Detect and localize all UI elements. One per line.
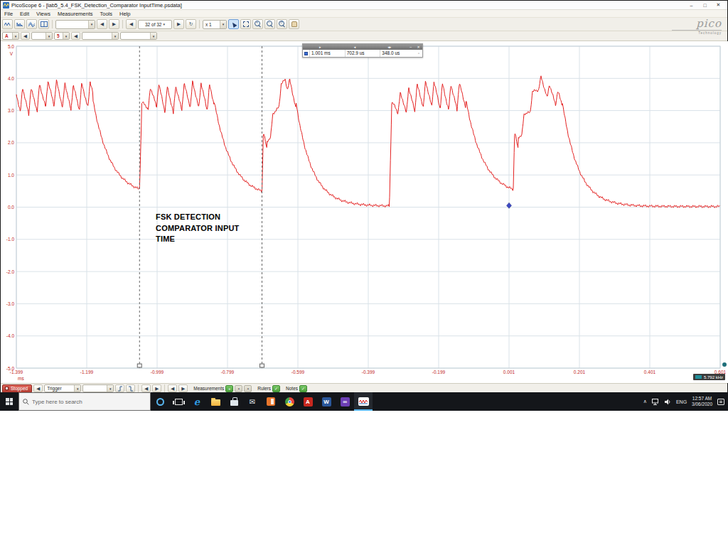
buffer-overview-button[interactable]: ↻ xyxy=(186,19,196,29)
undo-zoom-button[interactable]: ↺ xyxy=(277,19,287,29)
capture-state-label: Stopped xyxy=(11,386,28,391)
taskbar-item-word[interactable]: W xyxy=(317,392,336,411)
y-tick-label: 2.0 xyxy=(1,140,14,145)
trigger-prev-button[interactable]: ◀ xyxy=(33,384,43,392)
tray-expand-icon[interactable]: ∧ xyxy=(643,399,647,404)
taskbar-search[interactable] xyxy=(18,392,151,411)
scope-view[interactable]: 5.04.03.02.01.00.0-1.0-2.0-3.0-4.0-5.0 V… xyxy=(1,41,728,383)
zoom-out-icon: − xyxy=(267,21,274,28)
channel-prev-button[interactable]: ◀ xyxy=(21,32,30,40)
chevron-down-icon: ▾ xyxy=(46,33,52,39)
legend-minimize-icon[interactable]: – xyxy=(407,44,414,50)
menu-file[interactable]: File xyxy=(1,11,16,17)
minimize-button[interactable]: – xyxy=(685,1,698,9)
samples-select[interactable]: ▾ xyxy=(120,32,157,40)
ruler-legend-header[interactable]: ▸ ◂ ◂▸ – ✕ xyxy=(303,44,422,50)
menu-measurements[interactable]: Measurements xyxy=(54,11,97,17)
system-tray: ∧ ENG 12:57 AM 3/06/2020 xyxy=(643,392,728,411)
capture-toolbar: Stopped ◀ Trigger▾ ▾ ◀ ▶ ◀ ▶ Measurement… xyxy=(1,383,727,393)
zoom-in-tool-button[interactable]: + xyxy=(252,19,263,29)
add-view-button[interactable] xyxy=(38,19,49,29)
buffer-page-indicator[interactable]: 32 of 32▾ xyxy=(138,20,172,29)
setup-next-button[interactable]: ▶ xyxy=(109,19,119,29)
taskbar-item-file-explorer[interactable] xyxy=(206,392,225,411)
pretrigger-left-button[interactable]: ◀ xyxy=(141,384,151,392)
legend-close-icon[interactable]: ✕ xyxy=(414,44,422,50)
volume-icon[interactable] xyxy=(665,399,671,405)
posttrigger-right-button[interactable]: ▶ xyxy=(178,384,188,392)
channel-level-select[interactable]: 5▾ xyxy=(54,32,70,40)
edit-measurement-button[interactable]: ▪ xyxy=(235,385,242,392)
hand-tool-button[interactable] xyxy=(289,19,299,29)
channel-range-select[interactable]: ▾ xyxy=(31,32,53,40)
timebase-select[interactable]: ▾ xyxy=(82,32,119,40)
next-buffer-button[interactable]: ▶ xyxy=(173,19,184,29)
ruler2-column-icon: ◂ xyxy=(338,44,373,50)
add-measurement-button[interactable]: + xyxy=(225,385,233,392)
trigger-falling-button[interactable] xyxy=(126,384,135,392)
menu-views[interactable]: Views xyxy=(33,11,54,17)
posttrigger-left-button[interactable]: ◀ xyxy=(168,384,177,392)
start-stop-button[interactable]: Stopped xyxy=(2,384,32,393)
taskbar-item-chrome[interactable] xyxy=(280,392,299,411)
x-axis-unit: ms xyxy=(18,376,24,381)
spectrum-view-button[interactable] xyxy=(14,19,25,29)
start-button[interactable] xyxy=(0,392,18,411)
taskbar-item-store[interactable] xyxy=(225,392,243,411)
frequency-legend: 5.792 kHz xyxy=(693,374,725,380)
plot-corner-handle[interactable] xyxy=(722,362,727,367)
channel-select[interactable]: A▾ xyxy=(2,32,19,40)
clock-date: 3/06/2020 xyxy=(692,402,712,407)
y-tick-label: 4.0 xyxy=(1,76,14,81)
delete-measurement-button[interactable]: ▪ xyxy=(244,385,252,392)
menu-tools[interactable]: Tools xyxy=(97,11,117,17)
persistence-view-button[interactable] xyxy=(26,19,37,29)
action-center-icon[interactable] xyxy=(717,399,724,405)
setup-prev-button[interactable]: ◀ xyxy=(97,19,107,29)
windows-taskbar: e ✉ A W ∞ ∧ ENG 12:57 AM 3/06/2020 xyxy=(0,392,728,411)
channel-options-prev-button[interactable]: ◀ xyxy=(71,32,80,40)
y-tick-label: -4.0 xyxy=(1,333,14,338)
ruler-delta-value: 348.0 us xyxy=(380,50,415,57)
waveform-plot[interactable] xyxy=(1,41,728,383)
y-tick-label: 5.0 xyxy=(1,44,14,49)
window-zoom-tool-button[interactable] xyxy=(240,19,251,29)
visual-studio-icon: ∞ xyxy=(341,397,350,406)
task-view-button[interactable] xyxy=(169,392,188,411)
selection-tool-button[interactable] xyxy=(228,19,239,29)
taskbar-item-acrobat[interactable]: A xyxy=(299,392,317,411)
taskbar-item-office[interactable] xyxy=(262,392,280,411)
network-icon[interactable] xyxy=(652,399,660,405)
marquee-zoom-icon xyxy=(243,21,249,27)
taskbar-item-mail[interactable]: ✉ xyxy=(243,392,262,411)
language-indicator[interactable]: ENG xyxy=(676,399,687,404)
scope-view-button[interactable] xyxy=(2,19,13,29)
clock[interactable]: 12:57 AM 3/06/2020 xyxy=(692,396,712,407)
chrome-icon xyxy=(285,397,294,406)
pretrigger-right-button[interactable]: ▶ xyxy=(152,384,161,392)
trigger-source-select[interactable]: ▾ xyxy=(82,384,114,392)
search-input[interactable] xyxy=(32,399,137,405)
taskbar-item-edge[interactable]: e xyxy=(188,392,206,411)
trigger-mode-select[interactable]: Trigger▾ xyxy=(44,384,81,392)
title-bar[interactable]: PicoScope 6 - [lab5_5.4_FSK_Detection_Co… xyxy=(1,1,727,10)
rulers-button[interactable]: ✓ xyxy=(272,385,280,392)
zoom-factor-select[interactable]: x 1▾ xyxy=(203,20,227,29)
zoom-out-tool-button[interactable]: − xyxy=(264,19,275,29)
ruler1-column-icon: ▸ xyxy=(303,44,338,50)
capture-setup-select[interactable]: ▾ xyxy=(55,20,95,29)
notes-button[interactable]: ✓ xyxy=(299,385,307,392)
ruler-legend[interactable]: ▸ ◂ ◂▸ – ✕ 1.001 ms 702.9 us 348.0 us ▫ xyxy=(302,43,423,58)
trigger-rising-button[interactable] xyxy=(115,384,124,392)
task-view-icon xyxy=(175,399,183,405)
prev-buffer-button[interactable]: ◀ xyxy=(126,19,136,29)
legend-drag-handle[interactable] xyxy=(304,52,308,55)
taskbar-item-picoscope[interactable] xyxy=(354,392,373,411)
menu-help[interactable]: Help xyxy=(116,11,134,17)
close-button[interactable]: ✕ xyxy=(712,1,725,9)
cortana-button[interactable] xyxy=(151,392,169,411)
taskbar-item-visual-studio[interactable]: ∞ xyxy=(336,392,354,411)
ruler-lock-icon[interactable]: ▫ xyxy=(415,51,422,55)
maximize-button[interactable]: □ xyxy=(698,1,712,9)
menu-edit[interactable]: Edit xyxy=(16,11,33,17)
